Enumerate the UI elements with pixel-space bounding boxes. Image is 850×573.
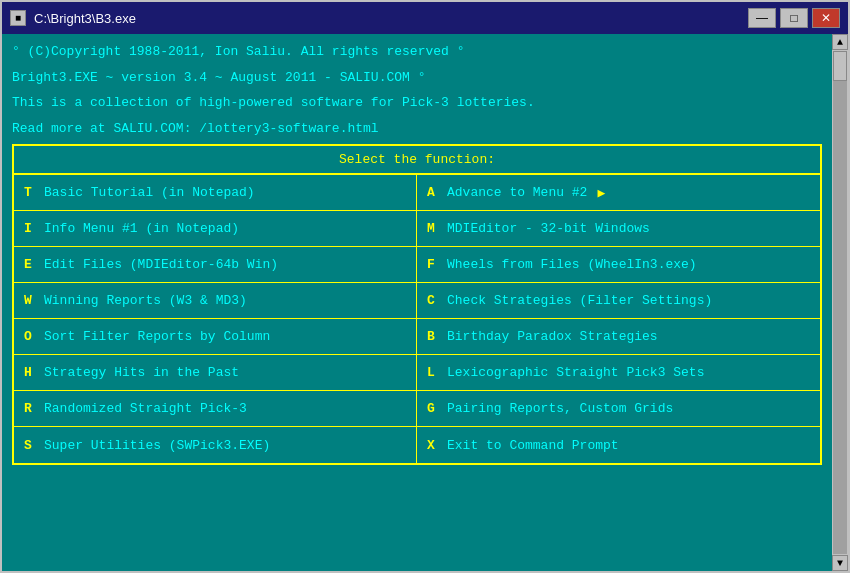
menu-item-H[interactable]: H Strategy Hits in the Past — [14, 355, 417, 391]
menu-key-T: T — [22, 185, 34, 200]
menu-item-B[interactable]: B Birthday Paradox Strategies — [417, 319, 820, 355]
menu-item-E[interactable]: E Edit Files (MDIEditor-64b Win) — [14, 247, 417, 283]
menu-key-A: A — [425, 185, 437, 200]
menu-key-R: R — [22, 401, 34, 416]
menu-item-A[interactable]: A Advance to Menu #2 ▶ — [417, 175, 820, 211]
menu-label-B: Birthday Paradox Strategies — [447, 329, 658, 344]
menu-item-C[interactable]: C Check Strategies (Filter Settings) — [417, 283, 820, 319]
menu-item-T[interactable]: T Basic Tutorial (in Notepad) — [14, 175, 417, 211]
menu-label-X: Exit to Command Prompt — [447, 438, 619, 453]
menu-label-O: Sort Filter Reports by Column — [44, 329, 270, 344]
menu-label-C: Check Strategies (Filter Settings) — [447, 293, 712, 308]
header-line-2: Bright3.EXE ~ version 3.4 ~ August 2011 … — [12, 68, 822, 88]
header-line-1: ° (C)Copyright 1988-2011, Ion Saliu. All… — [12, 42, 822, 62]
menu-label-W: Winning Reports (W3 & MD3) — [44, 293, 247, 308]
menu-key-O: O — [22, 329, 34, 344]
window-title: C:\Bright3\B3.exe — [34, 11, 740, 26]
menu-box: Select the function: T Basic Tutorial (i… — [12, 144, 822, 465]
titlebar: ■ C:\Bright3\B3.exe — □ ✕ — [2, 2, 848, 34]
menu-item-W[interactable]: W Winning Reports (W3 & MD3) — [14, 283, 417, 319]
content-area: ° (C)Copyright 1988-2011, Ion Saliu. All… — [2, 34, 848, 571]
titlebar-buttons: — □ ✕ — [748, 8, 840, 28]
menu-label-I: Info Menu #1 (in Notepad) — [44, 221, 239, 236]
menu-item-R[interactable]: R Randomized Straight Pick-3 — [14, 391, 417, 427]
menu-item-S[interactable]: S Super Utilities (SWPick3.EXE) — [14, 427, 417, 463]
menu-key-C: C — [425, 293, 437, 308]
menu-label-S: Super Utilities (SWPick3.EXE) — [44, 438, 270, 453]
menu-title: Select the function: — [14, 146, 820, 175]
menu-item-G[interactable]: G Pairing Reports, Custom Grids — [417, 391, 820, 427]
scroll-down-button[interactable]: ▼ — [832, 555, 848, 571]
menu-key-W: W — [22, 293, 34, 308]
menu-key-E: E — [22, 257, 34, 272]
scrollbar[interactable]: ▲ ▼ — [832, 34, 848, 571]
terminal-content: ° (C)Copyright 1988-2011, Ion Saliu. All… — [2, 34, 832, 571]
header-line-4: Read more at SALIU.COM: /lottery3-softwa… — [12, 119, 822, 139]
menu-key-S: S — [22, 438, 34, 453]
menu-key-I: I — [22, 221, 34, 236]
menu-key-B: B — [425, 329, 437, 344]
menu-key-H: H — [22, 365, 34, 380]
menu-key-F: F — [425, 257, 437, 272]
window-icon: ■ — [10, 10, 26, 26]
main-window: ■ C:\Bright3\B3.exe — □ ✕ ° (C)Copyright… — [0, 0, 850, 573]
menu-label-H: Strategy Hits in the Past — [44, 365, 239, 380]
scroll-thumb[interactable] — [833, 51, 847, 81]
menu-item-X[interactable]: X Exit to Command Prompt — [417, 427, 820, 463]
menu-item-M[interactable]: M MDIEditor - 32-bit Windows — [417, 211, 820, 247]
menu-key-X: X — [425, 438, 437, 453]
menu-label-E: Edit Files (MDIEditor-64b Win) — [44, 257, 278, 272]
close-button[interactable]: ✕ — [812, 8, 840, 28]
menu-label-F: Wheels from Files (WheelIn3.exe) — [447, 257, 697, 272]
menu-label-A: Advance to Menu #2 — [447, 185, 587, 200]
header-line-3: This is a collection of high-powered sof… — [12, 93, 822, 113]
menu-item-O[interactable]: O Sort Filter Reports by Column — [14, 319, 417, 355]
menu-key-M: M — [425, 221, 437, 236]
scroll-up-button[interactable]: ▲ — [832, 34, 848, 50]
menu-item-I[interactable]: I Info Menu #1 (in Notepad) — [14, 211, 417, 247]
advance-arrow-icon: ▶ — [597, 185, 605, 201]
minimize-button[interactable]: — — [748, 8, 776, 28]
maximize-button[interactable]: □ — [780, 8, 808, 28]
menu-key-L: L — [425, 365, 437, 380]
menu-label-L: Lexicographic Straight Pick3 Sets — [447, 365, 704, 380]
menu-label-R: Randomized Straight Pick-3 — [44, 401, 247, 416]
menu-item-L[interactable]: L Lexicographic Straight Pick3 Sets — [417, 355, 820, 391]
menu-grid: T Basic Tutorial (in Notepad) A Advance … — [14, 175, 820, 463]
menu-label-G: Pairing Reports, Custom Grids — [447, 401, 673, 416]
menu-item-F[interactable]: F Wheels from Files (WheelIn3.exe) — [417, 247, 820, 283]
menu-label-M: MDIEditor - 32-bit Windows — [447, 221, 650, 236]
scroll-track[interactable] — [833, 51, 847, 554]
menu-key-G: G — [425, 401, 437, 416]
menu-label-T: Basic Tutorial (in Notepad) — [44, 185, 255, 200]
